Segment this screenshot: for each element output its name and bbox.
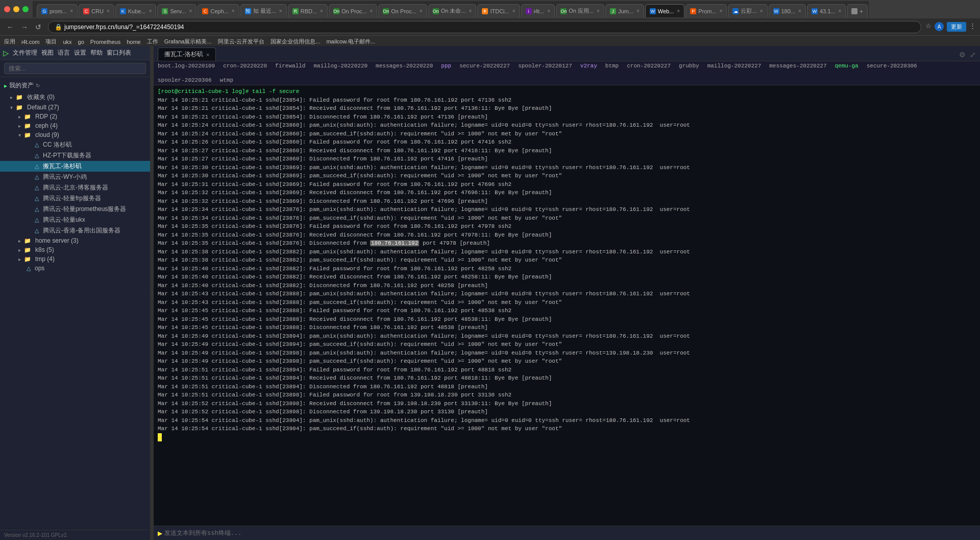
tab-close-tab-180[interactable]: × <box>798 8 801 14</box>
toolbar-view[interactable]: 视图 <box>41 49 54 57</box>
file-item-messages-20220227[interactable]: messages-20220227 <box>769 63 826 69</box>
browser-tab-tab-proc1[interactable]: OnOn Proc...× <box>329 4 377 17</box>
extensions-icon[interactable]: ⋮ <box>969 22 976 32</box>
tab-close-tab-app[interactable]: × <box>597 8 600 14</box>
browser-tab-tab-wei[interactable]: OnOn 未命...× <box>428 4 477 17</box>
file-item-secure-20220227[interactable]: secure-20220227 <box>459 63 510 69</box>
browser-tab-tab-rbd[interactable]: RRBD...× <box>288 4 328 17</box>
file-item-btmp[interactable]: btmp <box>605 63 619 69</box>
maximize-window-button[interactable] <box>22 6 29 12</box>
browser-tab-tab-itdc[interactable]: ✈ITDCi...× <box>477 4 520 17</box>
tree-item-cloud[interactable]: ▾📁cloud (9) <box>0 130 150 139</box>
tree-item-rdp[interactable]: ▸📁RDP (2) <box>0 112 150 121</box>
tab-close-tab-jum[interactable]: × <box>636 8 640 14</box>
share-icon[interactable]: ⤢ <box>970 51 976 59</box>
file-item-firewalld[interactable]: firewalld <box>275 63 305 69</box>
file-item-messages-20220220[interactable]: messages-20220220 <box>376 63 433 69</box>
toolbar-window-list[interactable]: 窗口列表 <box>107 49 131 57</box>
tree-item-home-server[interactable]: ▸📁home server (3) <box>0 236 150 245</box>
url-bar[interactable]: 🔒 jumpserver.frps.cn/luna/?_=16472244501… <box>48 21 921 33</box>
back-button[interactable]: ← <box>4 22 16 32</box>
toolbar-language[interactable]: 语言 <box>58 49 70 57</box>
file-item-cron-20220220[interactable]: cron-20220220 <box>223 63 267 69</box>
file-item-secure-20220306[interactable]: secure-20220306 <box>867 63 917 69</box>
browser-tab-tab-serv[interactable]: SServ...× <box>157 4 197 17</box>
file-item-ppp[interactable]: ppp <box>441 63 451 69</box>
tree-item-ceph[interactable]: ▸📁ceph (4) <box>0 121 150 130</box>
tree-item-tengxun-wy[interactable]: △腾讯云-WY-小鸡 <box>0 172 150 182</box>
terminal-input[interactable] <box>164 530 976 537</box>
tab-close-tab-cru[interactable]: × <box>107 8 110 14</box>
browser-tab-tab-zhi[interactable]: 知知 最近...× <box>240 4 287 17</box>
tab-close-tab-i4t[interactable]: × <box>547 8 550 14</box>
search-input[interactable] <box>4 63 146 74</box>
browser-tab-tab-jum[interactable]: JJum...× <box>605 4 644 17</box>
browser-tab-tab-43[interactable]: W43.1...× <box>807 4 846 17</box>
tab-close-tab-prom2[interactable]: × <box>720 8 723 14</box>
active-tab[interactable]: 搬瓦工-洛杉矶 × <box>158 48 216 61</box>
browser-tab-tab-proc2[interactable]: OnOn Proc...× <box>378 4 427 17</box>
file-item-cron-20220227[interactable]: cron-20220227 <box>627 63 671 69</box>
bookmark-Grafana-------[interactable]: Grafana展示精美... <box>164 38 212 45</box>
file-item-boot.log-20220109[interactable]: boot.log-20220109 <box>158 63 215 69</box>
bookmark-Prometheus[interactable]: Prometheus <box>90 39 120 45</box>
tree-item-k8s[interactable]: ▸📁k8s (5) <box>0 245 150 254</box>
bookmark-go[interactable]: go <box>78 39 84 45</box>
bookmark-home[interactable]: home <box>127 39 141 45</box>
bookmark----------[interactable]: 阿里云-云开发平台 <box>218 38 265 45</box>
tab-close-tab-web[interactable]: × <box>677 8 680 14</box>
file-item-grubby[interactable]: grubby <box>679 63 699 69</box>
tab-close-tab-prom[interactable]: × <box>70 8 73 14</box>
toolbar-file-manager[interactable]: 文件管理 <box>13 49 37 57</box>
browser-tab-tab-new[interactable]: + <box>847 4 867 17</box>
file-item-v2ray[interactable]: v2ray <box>580 63 597 69</box>
browser-tab-tab-i4t[interactable]: ii4t...× <box>521 4 555 17</box>
bookmark-mailcow--------[interactable]: mailcow.电子邮件... <box>326 38 375 45</box>
reload-button[interactable]: ↺ <box>33 22 44 32</box>
bookmark-star-icon[interactable]: ☆ <box>925 22 932 32</box>
file-item-qemu-ga[interactable]: qemu-ga <box>835 63 858 69</box>
bookmark-i4t-com[interactable]: i4t.com <box>21 39 39 45</box>
tab-close-tab-proc2[interactable]: × <box>420 8 423 14</box>
settings-icon[interactable]: ⚙ <box>959 51 966 59</box>
profile-icon[interactable]: A <box>935 22 944 31</box>
tree-item-tmp[interactable]: ▸📁tmp (4) <box>0 254 150 264</box>
tree-item-tengxun-ukx[interactable]: △腾讯云-轻量ukx <box>0 215 150 225</box>
tree-item-hz-pt[interactable]: △HZ-PT下载服务器 <box>0 150 150 161</box>
file-item-maillog-20220220[interactable]: maillog-20220220 <box>313 63 368 69</box>
browser-tab-tab-prom[interactable]: Gprom...× <box>37 4 78 17</box>
file-item-spooler-20220306[interactable]: spooler-20220306 <box>158 77 212 83</box>
browser-tab-tab-app[interactable]: OnOn 应用...× <box>556 4 604 17</box>
tab-close-tab-rbd[interactable]: × <box>320 8 323 14</box>
tree-item-tengxun-hk[interactable]: △腾讯云-香港-备用出国服务器 <box>0 225 150 236</box>
toolbar-settings[interactable]: 设置 <box>74 49 86 57</box>
tree-item-banwa-lashaji[interactable]: △搬瓦工-洛杉矶 <box>0 161 150 172</box>
tab-close-tab-kube[interactable]: × <box>149 8 152 14</box>
forward-button[interactable]: → <box>18 22 31 32</box>
bookmark------------[interactable]: 国家企业信用信息... <box>271 38 320 45</box>
bookmark---[interactable]: 工作 <box>147 38 158 45</box>
tree-item-ops[interactable]: △ops <box>0 264 150 273</box>
file-item-spooler-20220127[interactable]: spooler-20220127 <box>518 63 572 69</box>
tree-item-tengxun-bj[interactable]: △腾讯云-北京-博客服务器 <box>0 182 150 193</box>
minimize-window-button[interactable] <box>13 6 19 12</box>
bookmark---[interactable]: 应用 <box>4 38 15 45</box>
browser-tab-tab-web[interactable]: WWeb...× <box>645 4 684 17</box>
file-item-wtmp[interactable]: wtmp <box>220 77 233 83</box>
tab-close-tab-yun[interactable]: × <box>760 8 763 14</box>
browser-tab-tab-180[interactable]: W180...× <box>769 4 806 17</box>
tab-close-tab-wei[interactable]: × <box>469 8 472 14</box>
bookmark---[interactable]: 项目 <box>45 38 57 45</box>
tree-item-favorites[interactable]: ▸📁收藏夹 (0) <box>0 92 150 103</box>
tree-item-tengxun-prom[interactable]: △腾讯云-轻量prometheus服务器 <box>0 204 150 215</box>
browser-tab-tab-ceph[interactable]: CCeph...× <box>198 4 239 17</box>
browser-tab-tab-prom2[interactable]: PProm...× <box>685 4 727 17</box>
tree-item-cc-lashaji[interactable]: △CC 洛杉矶 <box>0 139 150 150</box>
tree-item-default[interactable]: ▾📁Default (27) <box>0 103 150 112</box>
sidebar-my-assets-header[interactable]: ▸ 我的资产 ↻ <box>0 79 150 92</box>
close-window-button[interactable] <box>4 6 10 12</box>
browser-tab-tab-kube[interactable]: KKube...× <box>115 4 157 17</box>
file-item-maillog-20220227[interactable]: maillog-20220227 <box>707 63 762 69</box>
tab-close-tab-zhi[interactable]: × <box>279 8 282 14</box>
update-button[interactable]: 更新 <box>947 22 966 32</box>
